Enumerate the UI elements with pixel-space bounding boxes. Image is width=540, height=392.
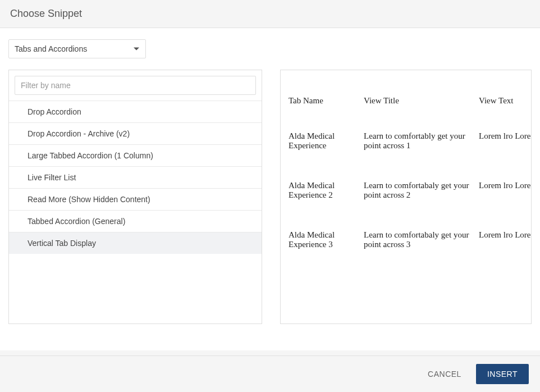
snippet-item[interactable]: Read More (Show Hidden Content) bbox=[9, 188, 262, 210]
table-row: Alda Medical Experience 2 Learn to comfo… bbox=[281, 173, 531, 222]
snippet-item-selected[interactable]: Vertical Tab Display bbox=[9, 232, 262, 254]
cell-view-title: Learn to comfortably get your point acro… bbox=[359, 124, 474, 173]
col-header-view-text: View Text bbox=[474, 88, 531, 124]
cell-view-text: Lorem lro Lorem lro bbox=[474, 124, 531, 173]
snippet-item[interactable]: Tabbed Accordion (General) bbox=[9, 210, 262, 232]
table-row: Alda Medical Experience 3 Learn to comfo… bbox=[281, 222, 531, 272]
preview-table: Tab Name View Title View Text Alda Medic… bbox=[281, 88, 531, 272]
dialog-content: Tabs and Accordions Drop Accordion Drop … bbox=[0, 28, 540, 350]
table-row: Alda Medical Experience Learn to comfort… bbox=[281, 124, 531, 173]
snippet-list: Drop Accordion Drop Accordion - Archive … bbox=[9, 101, 262, 254]
filter-wrapper bbox=[9, 70, 262, 101]
cell-tab-name: Alda Medical Experience 2 bbox=[281, 173, 359, 222]
cell-tab-name: Alda Medical Experience 3 bbox=[281, 222, 359, 272]
cell-view-title: Learn to comfortabaly get your point acr… bbox=[359, 173, 474, 222]
cell-view-text: Lorem lro Lorem lro bbox=[474, 173, 531, 222]
col-header-tab-name: Tab Name bbox=[281, 88, 359, 124]
cancel-button[interactable]: CANCEL bbox=[425, 365, 464, 383]
snippet-item[interactable]: Drop Accordion - Archive (v2) bbox=[9, 122, 262, 144]
panels-row: Drop Accordion Drop Accordion - Archive … bbox=[8, 70, 532, 324]
cell-tab-name: Alda Medical Experience bbox=[281, 124, 359, 173]
dialog-title: Choose Snippet bbox=[10, 8, 530, 20]
preview-panel: Ald Tab Name View Title View Text Alda M… bbox=[280, 70, 532, 324]
snippet-list-panel: Drop Accordion Drop Accordion - Archive … bbox=[8, 70, 262, 324]
dialog-footer: CANCEL INSERT bbox=[0, 355, 540, 392]
category-select[interactable]: Tabs and Accordions bbox=[8, 39, 146, 58]
dialog-header: Choose Snippet bbox=[0, 0, 540, 28]
col-header-view-title: View Title bbox=[359, 88, 474, 124]
preview-scroll-area[interactable]: Ald Tab Name View Title View Text Alda M… bbox=[281, 70, 531, 323]
preview-heading: Ald bbox=[281, 70, 531, 88]
list-spacer bbox=[9, 254, 262, 318]
snippet-item[interactable]: Live Filter List bbox=[9, 166, 262, 188]
cell-view-title: Learn to comfortabaly get your point acr… bbox=[359, 222, 474, 272]
cell-view-text: Lorem lro Lorem lro bbox=[474, 222, 531, 272]
table-header-row: Tab Name View Title View Text bbox=[281, 88, 531, 124]
snippet-item[interactable]: Large Tabbed Accordion (1 Column) bbox=[9, 144, 262, 166]
category-select-wrapper: Tabs and Accordions bbox=[8, 39, 146, 58]
insert-button[interactable]: INSERT bbox=[476, 364, 529, 384]
snippet-item[interactable]: Drop Accordion bbox=[9, 101, 262, 122]
filter-input[interactable] bbox=[15, 76, 256, 95]
preview-content: Ald Tab Name View Title View Text Alda M… bbox=[281, 70, 531, 272]
